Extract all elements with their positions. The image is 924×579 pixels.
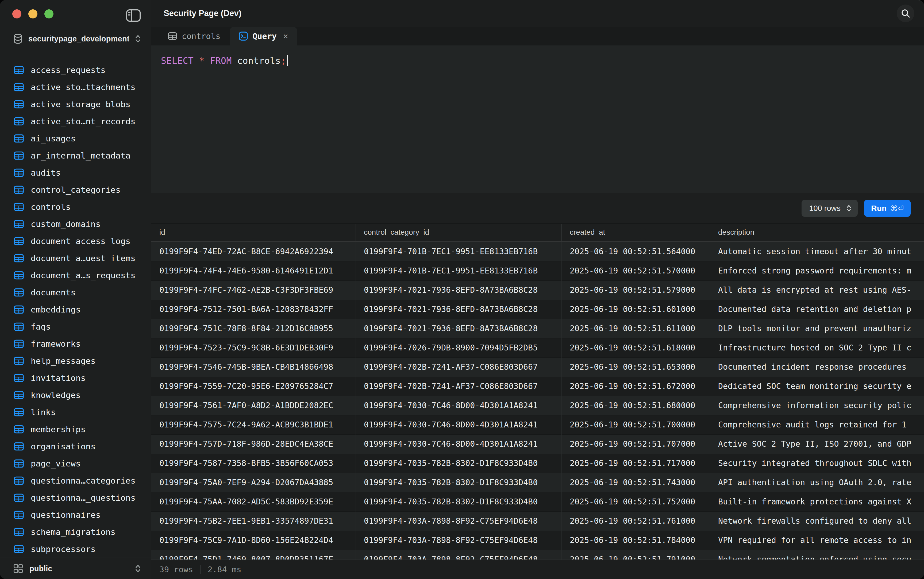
cell-id[interactable]: 0199F9F4-7561-7AF0-A8D2-A1BDDE2082EC xyxy=(151,396,356,415)
sidebar-table-item[interactable]: active_storage_blobs xyxy=(0,96,151,113)
search-button[interactable] xyxy=(897,5,914,22)
cell-control-category-id[interactable]: 0199F9F4-7021-7936-8EFD-8A73BA6B8C28 xyxy=(356,300,562,319)
cell-created-at[interactable]: 2025-06-19 00:52:51.700000 xyxy=(562,415,710,434)
cell-id[interactable]: 0199F9F4-7559-7C20-95E6-E209765284C7 xyxy=(151,377,356,396)
cell-id[interactable]: 0199F9F4-7575-7C24-9A62-ACB9C3B1BDE1 xyxy=(151,415,356,434)
cell-control-category-id[interactable]: 0199F9F4-7030-7C46-8D00-4D301A1A8241 xyxy=(356,396,562,415)
cell-id[interactable]: 0199F9F4-7587-7358-BFB5-3B56F60CA053 xyxy=(151,454,356,473)
table-row[interactable]: 0199F9F4-74F4-74E6-9580-6146491E12D1 019… xyxy=(151,261,924,280)
sidebar-table-item[interactable]: memberships xyxy=(0,421,151,438)
sidebar-table-item[interactable]: invitations xyxy=(0,370,151,386)
cell-created-at[interactable]: 2025-06-19 00:52:51.570000 xyxy=(562,261,710,280)
table-row[interactable]: 0199F9F4-7512-7501-BA6A-1208378432FF 019… xyxy=(151,300,924,319)
row-limit-select[interactable]: 100 rows xyxy=(801,200,858,217)
sidebar-table-item[interactable]: questionna…_questions xyxy=(0,489,151,506)
table-row[interactable]: 0199F9F4-7546-745B-9BEA-CB4B14866498 019… xyxy=(151,357,924,377)
cell-created-at[interactable]: 2025-06-19 00:52:51.601000 xyxy=(562,300,710,319)
cell-created-at[interactable]: 2025-06-19 00:52:51.743000 xyxy=(562,473,710,492)
table-row[interactable]: 0199F9F4-7575-7C24-9A62-ACB9C3B1BDE1 019… xyxy=(151,415,924,434)
table-row[interactable]: 0199F9F4-757D-718F-986D-28EDC4EA38CE 019… xyxy=(151,434,924,454)
sidebar-table-item[interactable]: questionnaires xyxy=(0,506,151,523)
table-row[interactable]: 0199F9F4-751C-78F8-8F84-212D16C8B955 019… xyxy=(151,319,924,338)
table-row[interactable]: 0199F9F4-7587-7358-BFB5-3B56F60CA053 019… xyxy=(151,454,924,473)
cell-control-category-id[interactable]: 0199F9F4-701B-7EC1-9951-EE8133EB716B xyxy=(356,242,562,261)
cell-description[interactable]: Network firewalls configured to deny all xyxy=(710,511,924,531)
cell-created-at[interactable]: 2025-06-19 00:52:51.707000 xyxy=(562,434,710,454)
table-row[interactable]: 0199F9F4-7559-7C20-95E6-E209765284C7 019… xyxy=(151,377,924,396)
cell-control-category-id[interactable]: 0199F9F4-703A-7898-8F92-C75EF94D6E48 xyxy=(356,531,562,550)
sidebar-table-item[interactable]: frameworks xyxy=(0,335,151,352)
cell-created-at[interactable]: 2025-06-19 00:52:51.564000 xyxy=(562,242,710,261)
zoom-window-button[interactable] xyxy=(44,9,54,18)
sidebar-table-item[interactable]: schema_migrations xyxy=(0,523,151,540)
sidebar-table-item[interactable]: document_access_logs xyxy=(0,232,151,250)
cell-id[interactable]: 0199F9F4-74ED-72AC-B8CE-6942A6922394 xyxy=(151,242,356,261)
query-editor[interactable]: SELECT * FROM controls; xyxy=(151,46,924,193)
table-row[interactable]: 0199F9F4-75AA-7082-AD5C-583BD92E359E 019… xyxy=(151,492,924,511)
cell-id[interactable]: 0199F9F4-74FC-7462-AE2B-C3F3DF3FBE69 xyxy=(151,280,356,300)
cell-description[interactable]: Built-in framework protections against X xyxy=(710,492,924,511)
cell-description[interactable]: Automatic session timeout after 30 minut xyxy=(710,242,924,261)
cell-description[interactable]: Enforced strong password requirements: m xyxy=(710,261,924,280)
cell-id[interactable]: 0199F9F4-757D-718F-986D-28EDC4EA38CE xyxy=(151,434,356,454)
cell-description[interactable]: Infrastructure hosted on SOC 2 Type II c xyxy=(710,338,924,357)
cell-control-category-id[interactable]: 0199F9F4-7026-79DB-8900-7094D5FB2DB5 xyxy=(356,338,562,357)
cell-control-category-id[interactable]: 0199F9F4-7030-7C46-8D00-4D301A1A8241 xyxy=(356,415,562,434)
sidebar-table-item[interactable]: faqs xyxy=(0,318,151,335)
cell-id[interactable]: 0199F9F4-75A0-7EF9-A294-D2067DA43885 xyxy=(151,473,356,492)
cell-created-at[interactable]: 2025-06-19 00:52:51.579000 xyxy=(562,280,710,300)
cell-created-at[interactable]: 2025-06-19 00:52:51.717000 xyxy=(562,454,710,473)
cell-description[interactable]: DLP tools monitor and prevent unauthoriz xyxy=(710,319,924,338)
cell-control-category-id[interactable]: 0199F9F4-703A-7898-8F92-C75EF94D6E48 xyxy=(356,511,562,531)
cell-created-at[interactable]: 2025-06-19 00:52:51.680000 xyxy=(562,396,710,415)
cell-control-category-id[interactable]: 0199F9F4-7021-7936-8EFD-8A73BA6B8C28 xyxy=(356,319,562,338)
cell-id[interactable]: 0199F9F4-75B2-7EE1-9EB1-33574897DE31 xyxy=(151,511,356,531)
cell-created-at[interactable]: 2025-06-19 00:52:51.618000 xyxy=(562,338,710,357)
cell-control-category-id[interactable]: 0199F9F4-7021-7936-8EFD-8A73BA6B8C28 xyxy=(356,280,562,300)
sidebar-table-item[interactable]: links xyxy=(0,404,151,421)
cell-control-category-id[interactable]: 0199F9F4-7030-7C46-8D00-4D301A1A8241 xyxy=(356,434,562,454)
sidebar-table-item[interactable]: knowledges xyxy=(0,386,151,404)
database-selector[interactable]: securitypage_development xyxy=(0,28,151,50)
column-header-id[interactable]: id xyxy=(151,224,356,241)
tab-controls[interactable]: controls xyxy=(159,27,230,46)
cell-created-at[interactable]: 2025-06-19 00:52:51.653000 xyxy=(562,357,710,377)
schema-selector[interactable]: public xyxy=(0,558,151,579)
cell-control-category-id[interactable]: 0199F9F4-7035-782B-8302-D1F8C933D4B0 xyxy=(356,492,562,511)
cell-control-category-id[interactable]: 0199F9F4-702B-7241-AF37-C086E803D667 xyxy=(356,357,562,377)
cell-description[interactable]: All data is encrypted at rest using AES- xyxy=(710,280,924,300)
cell-description[interactable]: API authentication using OAuth 2.0, rate xyxy=(710,473,924,492)
table-row[interactable]: 0199F9F4-74ED-72AC-B8CE-6942A6922394 019… xyxy=(151,242,924,261)
sidebar-table-item[interactable]: help_messages xyxy=(0,352,151,370)
sidebar-table-item[interactable]: control_categories xyxy=(0,181,151,198)
cell-control-category-id[interactable]: 0199F9F4-7035-782B-8302-D1F8C933D4B0 xyxy=(356,473,562,492)
sidebar-table-item[interactable]: custom_domains xyxy=(0,216,151,232)
cell-description[interactable]: VPN required for all remote access to in xyxy=(710,531,924,550)
run-query-button[interactable]: Run ⌘⏎ xyxy=(864,200,911,217)
close-window-button[interactable] xyxy=(12,9,21,18)
table-row[interactable]: 0199F9F4-75A0-7EF9-A294-D2067DA43885 019… xyxy=(151,473,924,492)
cell-description[interactable]: Documented incident response procedures xyxy=(710,357,924,377)
tab-query[interactable]: Query × xyxy=(230,27,298,46)
cell-id[interactable]: 0199F9F4-74F4-74E6-9580-6146491E12D1 xyxy=(151,261,356,280)
cell-control-category-id[interactable]: 0199F9F4-702B-7241-AF37-C086E803D667 xyxy=(356,377,562,396)
cell-description[interactable]: Documented data retention and deletion p xyxy=(710,300,924,319)
column-header-control-category-id[interactable]: control_category_id xyxy=(356,224,562,241)
column-header-description[interactable]: description xyxy=(710,224,924,241)
cell-id[interactable]: 0199F9F4-7546-745B-9BEA-CB4B14866498 xyxy=(151,357,356,377)
cell-description[interactable]: Security integrated throughout SDLC with xyxy=(710,454,924,473)
cell-control-category-id[interactable]: 0199F9F4-7035-782B-8302-D1F8C933D4B0 xyxy=(356,454,562,473)
sidebar-toggle-icon[interactable] xyxy=(126,9,141,22)
sidebar-table-item[interactable]: page_views xyxy=(0,455,151,472)
sidebar-table-item[interactable]: ar_internal_metadata xyxy=(0,147,151,164)
cell-description[interactable]: Comprehensive information security polic xyxy=(710,396,924,415)
cell-created-at[interactable]: 2025-06-19 00:52:51.761000 xyxy=(562,511,710,531)
sidebar-table-item[interactable]: access_requests xyxy=(0,62,151,79)
sidebar-table-item[interactable]: document_a…uest_items xyxy=(0,250,151,267)
sidebar-table-item[interactable]: documents xyxy=(0,284,151,301)
cell-description[interactable]: Dedicated SOC team monitoring security e xyxy=(710,377,924,396)
sidebar-table-item[interactable]: questionna…categories xyxy=(0,472,151,489)
cell-created-at[interactable]: 2025-06-19 00:52:51.672000 xyxy=(562,377,710,396)
close-tab-icon[interactable]: × xyxy=(283,31,288,41)
sidebar-table-item[interactable]: subprocessors xyxy=(0,540,151,558)
